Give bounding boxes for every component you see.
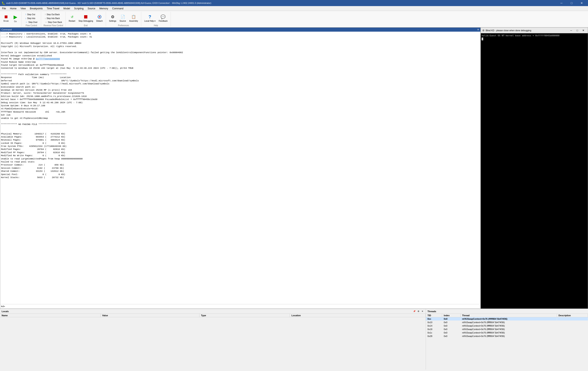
thread-row[interactable]: 0x1c 0x0 nt!KiSwapContext+0x76 (fffff804… <box>426 331 588 335</box>
assembly-button[interactable]: 📋 Assembly <box>128 12 139 24</box>
step-over-button[interactable]: → Step Over <box>24 20 39 24</box>
step-into-back-icon: ↓ <box>45 17 46 20</box>
step-into-icon: ↓ <box>25 17 26 20</box>
window-title: exdi:CLSID={53838F70-0936-44A9-AB4E-AB85… <box>6 2 211 4</box>
step-into-button[interactable]: ↓ Step Into <box>24 16 39 20</box>
locals-settings-button[interactable]: ⚙ <box>417 310 420 313</box>
feedback-button[interactable]: 💬 Feedback <box>157 12 169 24</box>
menu-source[interactable]: Source <box>85 6 97 11</box>
source-icon: 📄 <box>120 14 125 19</box>
thread-tid: 0x14 <box>426 324 442 327</box>
break-icon: ⏹ <box>4 14 8 20</box>
thread-index: 0x0 <box>442 327 460 331</box>
locals-panel-header: Locals 📌 ⚙ ✕ <box>0 309 426 314</box>
ribbon-small-group-reverse: ↑ Step Out Back ↓ Step Into Back → Step … <box>42 12 64 24</box>
thread-thread: nt!KiSwapContext+0x76 (fffff804`5b474f36… <box>460 321 557 324</box>
command-titlebar: Command ✕ <box>0 28 480 32</box>
ribbon-group-preferences: ⚙ Settings 📄 Source 📋 Assembly Preferenc… <box>106 12 141 26</box>
thread-row[interactable]: 0x10 0x0 nt!KiSwapContext+0x76 (fffff804… <box>426 321 588 324</box>
title-bar-controls: ─ □ ✕ <box>557 0 586 6</box>
ribbon-group-end: ↺ Restart Stop Debugging Detach End <box>66 12 106 26</box>
blind-kd-close[interactable]: ✕ <box>580 28 586 33</box>
blind-kd-title-left: Blind KD - please close when done debugg… <box>483 29 531 32</box>
restart-button[interactable]: ↺ Restart <box>67 12 77 24</box>
bottom-area: Locals 📌 ⚙ ✕ Name Value Type Location <box>0 309 588 370</box>
menu-scripting[interactable]: Scripting <box>72 6 85 11</box>
step-out-button[interactable]: ↑ Step Out <box>24 12 39 16</box>
ribbon: ⏹ Break ▶ Go ↑ Step Out ↓ Step I <box>0 11 588 27</box>
command-close-button[interactable]: ✕ <box>477 28 479 31</box>
pe-image-link[interactable]: 0xfffff8045b000000 <box>36 58 60 60</box>
thread-description <box>557 321 588 324</box>
thread-tid: 0x18 <box>426 327 442 331</box>
ribbon-content: ⏹ Break ▶ Go ↑ Step Out ↓ Step I <box>0 11 588 27</box>
step-out-back-button[interactable]: ↑ Step Out Back <box>43 12 63 16</box>
local-help-button[interactable]: ? Local Help ▾ <box>143 12 157 24</box>
settings-icon: ⚙ <box>110 14 115 19</box>
locals-table: Name Value Type Location <box>0 314 426 370</box>
thread-row[interactable]: 0xc 0x0 nt!KiSwapContext+0x76 (fffff804`… <box>426 317 588 321</box>
menu-breakpoints[interactable]: Breakpoints <box>28 6 45 11</box>
window-dot-icon <box>483 29 484 32</box>
title-bar: 🐛 exdi:CLSID={53838F70-0936-44A9-AB4E-AB… <box>0 0 588 6</box>
thread-description <box>557 324 588 327</box>
stop-debugging-button[interactable]: Stop Debugging <box>77 12 94 24</box>
locals-col-name: Name <box>0 314 100 317</box>
menu-view[interactable]: View <box>19 6 28 11</box>
menu-bar: File Home View Breakpoints Time Travel M… <box>0 6 588 11</box>
help-group-buttons: ? Local Help ▾ 💬 Feedback <box>143 12 169 24</box>
locals-col-type: Type <box>199 314 290 317</box>
step-into-back-button[interactable]: ↓ Step Into Back <box>43 16 63 20</box>
main-area: Command ✕ ----> Repository : UserExtensi… <box>0 27 588 309</box>
ribbon-group-help: ? Local Help ▾ 💬 Feedback Help <box>141 12 171 26</box>
blind-kd-title: Blind KD - please close when done debugg… <box>486 29 531 32</box>
blind-kd-minimize[interactable]: ─ <box>568 28 574 33</box>
settings-button[interactable]: ⚙ Settings <box>108 12 118 24</box>
thread-description <box>557 327 588 331</box>
thread-index: 0x0 <box>442 335 460 338</box>
menu-file[interactable]: File <box>0 6 8 11</box>
assembly-icon: 📋 <box>131 14 136 19</box>
help-label: Help <box>154 24 158 27</box>
menu-home[interactable]: Home <box>8 6 19 11</box>
thread-thread: nt!KiSwapContext+0x76 (fffff804`5b474f36… <box>460 317 557 321</box>
step-over-icon: → <box>25 21 28 23</box>
thread-index: 0x0 <box>442 321 460 324</box>
thread-tid: 0xc <box>426 317 442 321</box>
menu-time-travel[interactable]: Time Travel <box>45 6 62 11</box>
menu-command[interactable]: Command <box>110 6 126 11</box>
threads-table: TID Index Thread Description 0xc 0x0 nt!… <box>426 314 588 370</box>
help-icon: ? <box>147 14 152 19</box>
blind-kd-maximize[interactable]: □ <box>574 28 580 33</box>
close-button[interactable]: ✕ <box>577 0 586 6</box>
break-button[interactable]: ⏹ Break <box>2 13 10 25</box>
feedback-icon: 💬 <box>161 14 166 19</box>
locals-pin-button[interactable]: 📌 <box>413 310 416 313</box>
locals-panel: Locals 📌 ⚙ ✕ Name Value Type Location <box>0 309 426 370</box>
stop-debugging-icon <box>83 14 88 19</box>
step-over-back-button[interactable]: → Step Over Back <box>43 20 63 24</box>
minimize-button[interactable]: ─ <box>557 0 566 6</box>
thread-row[interactable]: 0x14 0x0 nt!KiSwapContext+0x76 (fffff804… <box>426 324 588 327</box>
thread-description <box>557 317 588 321</box>
command-input[interactable] <box>6 305 480 308</box>
app-icon: 🐛 <box>2 1 5 5</box>
maximize-button[interactable]: □ <box>567 0 576 6</box>
locals-col-value: Value <box>100 314 199 317</box>
thread-index: 0x0 <box>442 324 460 327</box>
preferences-group-buttons: ⚙ Settings 📄 Source 📋 Assembly <box>108 12 139 24</box>
thread-row[interactable]: 0x18 0x0 nt!KiSwapContext+0x76 (fffff804… <box>426 327 588 331</box>
thread-row[interactable]: 0x28 0x0 nt!KiSwapContext+0x76 (fffff804… <box>426 335 588 338</box>
menu-memory[interactable]: Memory <box>97 6 110 11</box>
locals-title: Locals <box>2 310 9 313</box>
source-button[interactable]: 📄 Source <box>118 12 127 24</box>
break-label: Break <box>3 20 9 22</box>
menu-model[interactable]: Model <box>62 6 72 11</box>
go-button[interactable]: ▶ Go <box>11 13 20 25</box>
ribbon-group-steps: ↑ Step Out ↓ Step Into → Step Over Flow … <box>22 12 41 26</box>
locals-close-button[interactable]: ✕ <box>421 310 424 313</box>
command-input-row: kd> <box>0 304 480 308</box>
preferences-label: Preferences <box>118 24 129 27</box>
thread-description <box>557 335 588 338</box>
detach-button[interactable]: Detach <box>95 12 104 24</box>
